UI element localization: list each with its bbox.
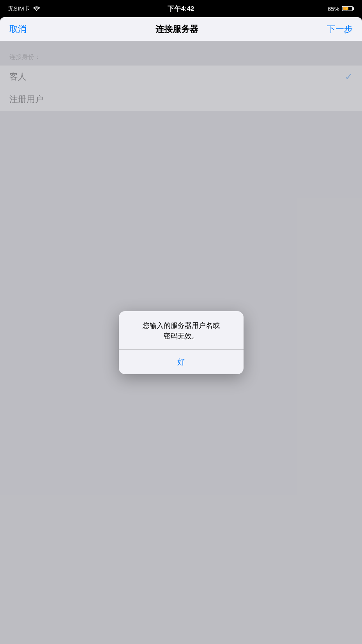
alert-content: 您输入的服务器用户名或密码无效。 xyxy=(119,311,244,349)
main-screen: 取消 连接服务器 下一步 连接身份： 客人 ✓ 注册用户 您输入的服务器用户名或… xyxy=(0,17,362,644)
alert-ok-button[interactable]: 好 xyxy=(119,350,244,374)
alert-dialog: 您输入的服务器用户名或密码无效。 好 xyxy=(119,311,244,374)
alert-overlay: 您输入的服务器用户名或密码无效。 好 xyxy=(0,41,362,644)
next-button[interactable]: 下一步 xyxy=(327,23,353,35)
status-bar: 无SIM卡 下午4:42 65% ⚡ xyxy=(0,0,362,17)
cancel-button[interactable]: 取消 xyxy=(9,23,26,35)
battery-percentage: 65% xyxy=(328,5,339,12)
battery-icon: ⚡ xyxy=(342,6,354,11)
carrier-text: 无SIM卡 xyxy=(8,5,30,12)
status-bar-time: 下午4:42 xyxy=(168,4,194,13)
alert-message: 您输入的服务器用户名或密码无效。 xyxy=(127,320,236,341)
nav-bar: 取消 连接服务器 下一步 xyxy=(0,17,362,41)
status-bar-right: 65% ⚡ xyxy=(328,5,354,12)
wifi-icon xyxy=(33,6,40,11)
page-title: 连接服务器 xyxy=(155,23,198,35)
svg-point-0 xyxy=(36,10,37,11)
status-bar-left: 无SIM卡 xyxy=(8,5,40,12)
